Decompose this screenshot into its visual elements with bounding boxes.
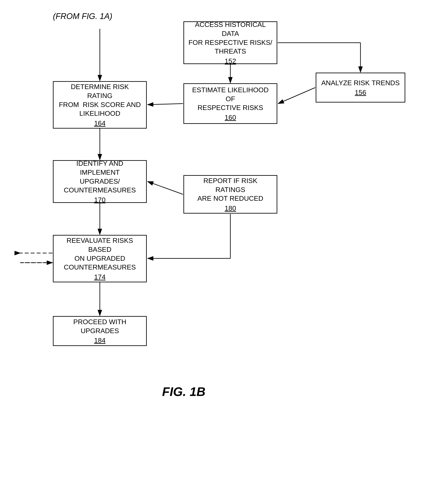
box-proceed-label: PROCEED WITH UPGRADES	[58, 318, 142, 335]
box-proceed-num: 184	[94, 337, 105, 344]
box-determine-risk: DETERMINE RISK RATING FROM RISK SCORE AN…	[53, 81, 147, 129]
svg-line-5	[147, 104, 183, 105]
diagram-container: (FROM FIG. 1A)	[0, 0, 433, 504]
box-estimate-likelihood: ESTIMATE LIKELIHOOD OF RESPECTIVE RISKS …	[183, 83, 277, 124]
box-report-num: 180	[225, 204, 236, 212]
box-analyze-num: 156	[355, 89, 366, 97]
box-analyze-risk-trends: ANALYZE RISK TRENDS 156	[316, 73, 405, 102]
box-report-label: REPORT IF RISK RATINGS ARE NOT REDUCED	[188, 176, 272, 203]
svg-line-4	[278, 88, 315, 104]
box-reevaluate: REEVALUATE RISKS BASED ON UPGRADED COUNT…	[53, 235, 147, 282]
box-identify-implement: IDENTIFY AND IMPLEMENT UPGRADES/ COUNTER…	[53, 160, 147, 203]
fig-label: FIG. 1B	[162, 384, 205, 399]
box-reevaluate-label: REEVALUATE RISKS BASED ON UPGRADED COUNT…	[58, 236, 142, 272]
svg-line-7	[147, 181, 183, 194]
box-analyze-label: ANALYZE RISK TRENDS	[321, 79, 399, 88]
box-access-historical-label: ACCESS HISTORICAL DATA FOR RESPECTIVE RI…	[188, 20, 272, 56]
box-determine-label: DETERMINE RISK RATING FROM RISK SCORE AN…	[58, 82, 142, 118]
box-report-risk: REPORT IF RISK RATINGS ARE NOT REDUCED 1…	[183, 175, 277, 214]
box-identify-num: 170	[94, 196, 105, 204]
box-access-historical: ACCESS HISTORICAL DATA FOR RESPECTIVE RI…	[183, 21, 277, 64]
box-reevaluate-num: 174	[94, 273, 105, 281]
box-estimate-label: ESTIMATE LIKELIHOOD OF RESPECTIVE RISKS	[188, 86, 272, 112]
from-fig-label: (FROM FIG. 1A)	[53, 12, 113, 21]
box-access-historical-num: 152	[225, 57, 236, 65]
box-determine-num: 164	[94, 119, 105, 127]
box-identify-label: IDENTIFY AND IMPLEMENT UPGRADES/ COUNTER…	[58, 159, 142, 195]
box-proceed-upgrades: PROCEED WITH UPGRADES 184	[53, 316, 147, 346]
box-estimate-num: 160	[225, 114, 236, 122]
